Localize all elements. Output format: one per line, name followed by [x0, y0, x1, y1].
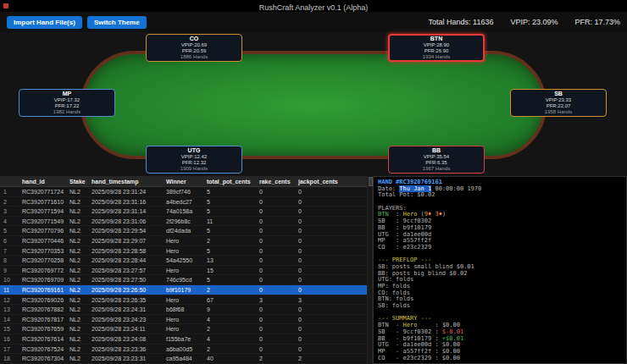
hand-row-RC3920770353[interactable]: 7RC3920770353NL22025/09/28 23:28:58Hero5… [0, 246, 367, 256]
cell: 2025/09/28 23:26:35 [88, 295, 163, 305]
cell: 0 [295, 226, 367, 235]
cell: 0 [295, 266, 367, 275]
cell: NL2 [66, 354, 88, 363]
cell: 4 [203, 315, 256, 324]
seat-bb[interactable]: BB VPIP:35.54 PFR:6.35 1967 Hands [388, 146, 485, 174]
cell: RC3920770446 [19, 236, 66, 245]
toolbar: Import Hand File(s) Switch Theme Total H… [0, 12, 627, 32]
seat-pfr-stat: PFR:12.32 [182, 160, 207, 166]
cell: 0 [295, 345, 367, 354]
cell: 0 [295, 217, 367, 226]
hand-row-RC3920769026[interactable]: 12RC3920769026NL22025/09/28 23:26:35Hero… [0, 295, 367, 306]
cell: Hero [163, 246, 203, 256]
cell: 2025/09/28 23:31:16 [88, 197, 163, 207]
hand-row-RC3920767304[interactable]: 18RC3920767304NL22025/09/28 23:23:31ca95… [0, 354, 367, 364]
hand-row-RC3920767659[interactable]: 15RC3920767659NL22025/09/28 23:24:11Hero… [0, 324, 367, 334]
hands-table-header: hand_idStakehand_timestampWinnertotal_po… [0, 176, 367, 187]
col-header-rake_cents[interactable]: rake_cents [256, 176, 295, 186]
cell: RC3920771549 [19, 217, 66, 226]
cell: 0 [256, 187, 295, 196]
cell: 5 [203, 226, 256, 235]
hand-row-RC3920770258[interactable]: 8RC3920770258NL22025/09/28 23:28:4454a42… [0, 256, 367, 266]
seat-vpip-stat: VPIP:12.42 [181, 154, 207, 160]
cell: 0 [295, 334, 367, 344]
cell: 0 [256, 207, 295, 216]
col-header-jackpot_cents[interactable]: jackpot_cents [295, 176, 367, 186]
hand-history-line: CO: folds [378, 290, 622, 297]
seat-position-label: UTG [188, 147, 201, 154]
seat-pfr-stat: PFR:6.35 [425, 160, 447, 166]
hand-row-RC3920771594[interactable]: 3RC3920771594NL22025/09/28 23:31:1474a01… [0, 207, 367, 217]
seat-co[interactable]: CO VPIP:20.69 PFR:20.59 1886 Hands [146, 34, 242, 62]
cell: 2 [0, 197, 19, 207]
seat-hands-count: 1982 Hands [53, 109, 80, 115]
switch-theme-button[interactable]: Switch Theme [87, 16, 147, 29]
cell: 2 [203, 324, 256, 334]
cell: 9 [203, 305, 256, 314]
cell: 0 [256, 236, 295, 245]
cell: 0 [295, 246, 367, 256]
seat-hands-count: 1967 Hands [423, 166, 450, 172]
hand-row-RC3920769772[interactable]: 9RC3920769772NL22025/09/28 23:27:57Hero1… [0, 266, 367, 276]
hand-row-RC3920770796[interactable]: 5RC3920770796NL22025/09/28 23:29:54df24d… [0, 226, 367, 236]
cell: NL2 [66, 345, 88, 354]
hand-row-RC3920771724[interactable]: 1RC3920771724NL22025/09/28 23:31:24389cf… [0, 187, 367, 197]
cell: 2025/09/28 23:31:24 [88, 187, 163, 196]
cell: RC3920769026 [19, 295, 66, 305]
col-header-rownum[interactable] [0, 176, 19, 186]
col-header-Winner[interactable]: Winner [163, 176, 203, 186]
cell: 17 [0, 345, 19, 354]
cell: ca95a484 [163, 354, 203, 363]
hand-row-RC3920769161[interactable]: 11RC3920769161NL22025/09/28 23:26:50b9f1… [0, 285, 367, 295]
cell: Hero [163, 266, 203, 275]
cell: NL2 [66, 324, 88, 334]
cell: 5 [203, 275, 256, 284]
cell: a4bedc27 [163, 197, 203, 207]
cell: 0 [256, 285, 295, 295]
hand-row-RC3920770446[interactable]: 6RC3920770446NL22025/09/28 23:29:07Hero2… [0, 236, 367, 246]
hand-history-line: MP: folds [378, 284, 622, 290]
hand-row-RC3920767614[interactable]: 16RC3920767614NL22025/09/28 23:24:08f155… [0, 334, 367, 345]
import-hands-button[interactable]: Import Hand File(s) [7, 16, 82, 29]
col-header-hand_id[interactable]: hand_id [19, 176, 66, 186]
seat-btn[interactable]: BTN VPIP:28.90 PFR:26.90 1934 Hands [388, 34, 485, 62]
cell: 0 [256, 345, 295, 354]
window-close-button[interactable] [3, 3, 8, 8]
cell: 0 [256, 226, 295, 235]
seat-sb[interactable]: SB VPIP:23.33 PFR:22.07 1958 Hands [510, 89, 607, 117]
cell: 11 [0, 285, 19, 295]
hand-row-RC3920769709[interactable]: 10RC3920769709NL22025/09/28 23:27:50746c… [0, 275, 367, 285]
cell: 5 [203, 207, 256, 216]
col-header-hand_timestamp[interactable]: hand_timestamp [88, 176, 163, 186]
cell: NL2 [66, 256, 88, 265]
seat-utg[interactable]: UTG VPIP:12.42 PFR:12.32 1909 Hands [146, 146, 242, 174]
cell: RC3920770353 [19, 246, 66, 256]
cell: 15 [203, 266, 256, 275]
cell: NL2 [66, 217, 88, 226]
table-scrollbar[interactable] [367, 176, 373, 364]
scrollbar-thumb[interactable] [369, 177, 373, 186]
vpip-stat: VPIP: 23.09% [510, 18, 558, 26]
cell: 16 [0, 334, 19, 344]
seat-position-label: BTN [430, 36, 442, 42]
seat-mp[interactable]: MP VPIP:17.32 PFR:17.22 1982 Hands [19, 89, 115, 117]
cell: 40 [203, 354, 256, 363]
col-header-Stake[interactable]: Stake [66, 176, 88, 186]
cell: 3 [0, 207, 19, 216]
hand-row-RC3920771549[interactable]: 4RC3920771549NL22025/09/28 23:31:062f296… [0, 217, 367, 227]
cell: 3 [256, 295, 295, 305]
cell: RC3920767817 [19, 315, 66, 324]
cell: 0 [295, 285, 367, 295]
hand-row-RC3920767817[interactable]: 14RC3920767817NL22025/09/28 23:24:23Hero… [0, 315, 367, 325]
cell: 0 [256, 197, 295, 207]
cell: 0 [256, 246, 295, 256]
cell: RC3920771610 [19, 197, 66, 207]
col-header-total_pot_cents[interactable]: total_pot_cents [203, 176, 256, 186]
hand-row-RC3920767524[interactable]: 17RC3920767524NL22025/09/28 23:23:36a6ba… [0, 345, 367, 355]
cell: 9 [0, 266, 19, 275]
seat-position-label: CO [190, 36, 199, 42]
hand-history-line: CO : e23c2329 [378, 245, 622, 251]
hand-row-RC3920771610[interactable]: 2RC3920771610NL22025/09/28 23:31:16a4bed… [0, 197, 367, 207]
hand-row-RC3920767882[interactable]: 13RC3920767882NL22025/09/28 23:24:31b68f… [0, 305, 367, 315]
bottom-panes: hand_idStakehand_timestampWinnertotal_po… [0, 176, 627, 364]
